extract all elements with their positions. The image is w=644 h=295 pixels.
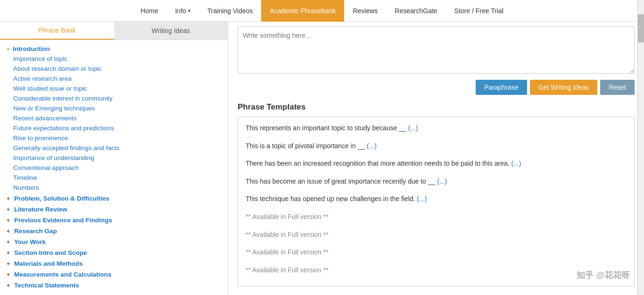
tree-item-timeline[interactable]: Timeline	[0, 173, 228, 183]
tree-item-rise[interactable]: Rise to prominence	[0, 133, 228, 143]
tree-item-litreview[interactable]: +Literature Review	[0, 204, 228, 214]
tree-item-problem[interactable]: +Problem, Solution & Difficulties	[0, 194, 228, 203]
phrase-expand-link[interactable]: (...)	[511, 160, 521, 167]
expand-icon-measurements: +	[7, 271, 11, 278]
tree-label-researchgap: Research Gap	[14, 228, 57, 235]
nav-item-info[interactable]: Info▾	[166, 0, 198, 22]
main-content: Paraphrase Get Writing Ideas Reset Phras…	[228, 22, 644, 295]
phrase-expand-link[interactable]: (...)	[367, 142, 377, 150]
sidebar-tree: −IntroductionImportance of topicAbout re…	[0, 40, 228, 295]
tree-label-yourwork: Your Work	[14, 238, 46, 245]
top-navigation: HomeInfo▾Training VideosAcademic Phraseb…	[0, 0, 644, 22]
phrase-templates-heading: Phrase Templates	[238, 102, 635, 112]
phrase-item-p3[interactable]: There has been an increased recognition …	[246, 159, 627, 169]
tree-label-materials: Materials and Methods	[14, 260, 83, 267]
nav-item-training[interactable]: Training Videos	[199, 0, 262, 22]
tree-item-considerable[interactable]: Considerable interest in community	[0, 93, 228, 103]
tree-label-problem: Problem, Solution & Difficulties	[14, 195, 109, 202]
tree-item-importance2[interactable]: Importance of understanding	[0, 153, 228, 163]
scroll-thumb[interactable]	[638, 14, 644, 42]
phrase-item-p7: ** Available in Full version **	[246, 230, 627, 240]
phrase-item-p4[interactable]: This has become an issue of great import…	[246, 177, 627, 186]
phrase-text-part: This represents an important topic to st…	[246, 124, 408, 132]
phrase-expand-link[interactable]: (...)	[417, 195, 427, 202]
nav-item-phrasebank[interactable]: Academic Phrasebank	[261, 0, 344, 22]
phrase-expand-link[interactable]: (...)	[437, 177, 447, 185]
tree-item-materials[interactable]: +Materials and Methods	[0, 259, 228, 269]
tree-item-measurements[interactable]: +Measurements and Calculations	[0, 270, 228, 279]
tree-item-intro[interactable]: −Introduction	[0, 44, 228, 54]
tree-item-prevevidence[interactable]: +Previous Evidence and Findings	[0, 215, 228, 225]
tree-item-sectionintro[interactable]: +Section Intro and Scope	[0, 248, 228, 258]
expand-icon-litreview: +	[7, 206, 11, 213]
tree-item-importance[interactable]: Importance of topic	[0, 54, 228, 64]
tree-item-technical[interactable]: +Technical Statements	[0, 280, 228, 290]
expand-icon-yourwork: +	[7, 239, 11, 245]
phrase-expand-link[interactable]: (...)	[408, 124, 418, 132]
tree-item-wellstudied[interactable]: Well studied issue or topic	[0, 84, 228, 93]
phrase-item-p8: ** Available in Full version **	[246, 248, 627, 257]
phrase-item-p2[interactable]: This is a topic of pivotal importance in…	[246, 142, 627, 151]
phrase-item-p6: ** Available in Full version **	[246, 212, 627, 222]
expand-icon-materials: +	[7, 261, 11, 267]
tree-item-about[interactable]: About research domain or topic	[0, 64, 228, 74]
paraphrase-button[interactable]: Paraphrase	[476, 80, 527, 95]
sidebar-tab-writingideas[interactable]: Writing Ideas	[114, 22, 228, 40]
tree-label-litreview: Literature Review	[14, 206, 67, 213]
write-textarea[interactable]	[238, 26, 635, 74]
tree-item-conventional[interactable]: Conventional approach	[0, 163, 228, 173]
phrase-text-part: There has been an increased recognition …	[246, 160, 511, 167]
phrase-text-part: This technique has opened up new challen…	[246, 195, 417, 202]
phrase-item-p1[interactable]: This represents an important topic to st…	[246, 124, 627, 133]
sidebar-tabs: Phrase BankWriting Ideas	[0, 22, 228, 40]
expand-icon-sectionintro: +	[7, 250, 11, 256]
tree-item-neworEmerging[interactable]: New or Emerging techniques	[0, 103, 228, 113]
expand-icon-prevevidence: +	[7, 217, 11, 224]
action-buttons: Paraphrase Get Writing Ideas Reset	[238, 80, 635, 95]
tree-item-active[interactable]: Active research area	[0, 74, 228, 84]
tree-item-yourwork[interactable]: +Your Work	[0, 237, 228, 247]
main-layout: Phrase BankWriting Ideas −IntroductionIm…	[0, 22, 644, 295]
tree-item-generally[interactable]: Generally accepted findings and facts	[0, 143, 228, 153]
reset-button[interactable]: Reset	[600, 80, 635, 95]
phrase-text-part: This is a topic of pivotal importance in…	[246, 142, 367, 150]
expand-icon-problem: +	[7, 195, 11, 202]
tree-label-measurements: Measurements and Calculations	[14, 271, 111, 278]
tree-label-sectionintro: Section Intro and Scope	[14, 249, 87, 256]
tree-label-prevevidence: Previous Evidence and Findings	[14, 217, 112, 224]
phrase-templates-box[interactable]: This represents an important topic to st…	[238, 117, 635, 287]
tree-label-technical: Technical Statements	[14, 282, 79, 289]
tree-item-numbers[interactable]: Numbers	[0, 183, 228, 193]
expand-icon-researchgap: +	[7, 228, 11, 235]
tree-item-futureexp[interactable]: Future expectations and predictions	[0, 123, 228, 133]
expand-icon-technical: +	[7, 282, 11, 289]
phrase-item-p5[interactable]: This technique has opened up new challen…	[246, 194, 627, 204]
get-writing-ideas-button[interactable]: Get Writing Ideas	[530, 80, 598, 95]
sidebar-tab-phrasebank[interactable]: Phrase Bank	[0, 22, 114, 40]
page-scrollbar[interactable]	[637, 0, 644, 295]
sidebar: Phrase BankWriting Ideas −IntroductionIm…	[0, 22, 228, 295]
nav-item-researchgate[interactable]: ResearchGate	[386, 0, 446, 22]
tree-item-recentadv[interactable]: Recent advancements	[0, 113, 228, 123]
nav-item-reviews[interactable]: Reviews	[344, 0, 386, 22]
tree-label-intro: Introduction	[13, 45, 50, 52]
info-chevron-icon: ▾	[188, 8, 190, 13]
phrase-item-p9: ** Available in Full version **	[246, 266, 627, 275]
phrase-text-part: This has become an issue of great import…	[246, 177, 437, 185]
tree-item-researchgap[interactable]: +Research Gap	[0, 226, 228, 236]
nav-item-home[interactable]: Home	[132, 0, 166, 22]
collapse-icon-intro: −	[7, 46, 10, 52]
nav-item-store[interactable]: Store / Free Trial	[446, 0, 512, 22]
